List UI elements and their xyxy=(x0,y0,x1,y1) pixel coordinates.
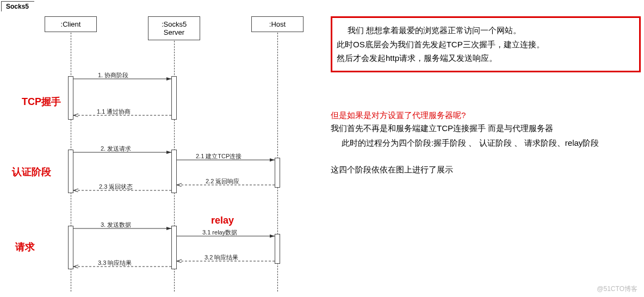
watermark: @51CTO博客 xyxy=(597,284,637,294)
para-3: 这四个阶段依依在图上进行了展示 xyxy=(331,162,641,177)
intro-line-1: 我们 想想拿着最爱的浏览器正常访问一个网站。 xyxy=(337,23,635,38)
arrows-svg xyxy=(0,0,326,297)
msg-1-1: 1.1 通过协商 xyxy=(97,108,131,116)
msg-2-2: 2.2 返回响应 xyxy=(206,177,239,185)
para-2: 此时的过程分为四个阶段:握手阶段 、 认证阶段 、 请求阶段、relay阶段 xyxy=(331,135,641,150)
msg-3-3: 3.3 响应结果 xyxy=(98,259,132,267)
msg-2-3: 2.3 返回状态 xyxy=(99,183,133,191)
intro-line-2: 此时OS底层会为我们首先发起TCP三次握手，建立连接。 xyxy=(337,38,635,52)
msg-3-2: 3.2 响应结果 xyxy=(205,253,238,262)
msg-3-1: 3.1 relay数据 xyxy=(202,228,237,237)
msg-2: 2. 发送请求 xyxy=(101,145,131,153)
intro-line-3: 然后才会发起http请求，服务端又发送响应。 xyxy=(337,51,635,65)
annotation-text: 我们 想想拿着最爱的浏览器正常访问一个网站。 此时OS底层会为我们首先发起TCP… xyxy=(331,16,641,177)
phase-tcp: TCP握手 xyxy=(22,95,61,108)
msg-1: 1. 协商阶段 xyxy=(98,71,128,79)
phase-relay: relay xyxy=(211,215,234,226)
question: 但是如果是对方设置了代理服务器呢? xyxy=(331,110,641,121)
sequence-diagram: Socks5 :Client :Socks5 Server :Host xyxy=(0,0,326,297)
para-1: 我们首先不再是和服务端建立TCP连接握手 而是与代理服务器 xyxy=(331,121,641,135)
intro-box: 我们 想想拿着最爱的浏览器正常访问一个网站。 此时OS底层会为我们首先发起TCP… xyxy=(331,16,641,72)
phase-auth: 认证阶段 xyxy=(12,165,51,178)
phase-req: 请求 xyxy=(15,240,35,253)
msg-2-1: 2.1 建立TCP连接 xyxy=(196,152,242,160)
msg-3: 3. 发送数据 xyxy=(101,221,131,229)
